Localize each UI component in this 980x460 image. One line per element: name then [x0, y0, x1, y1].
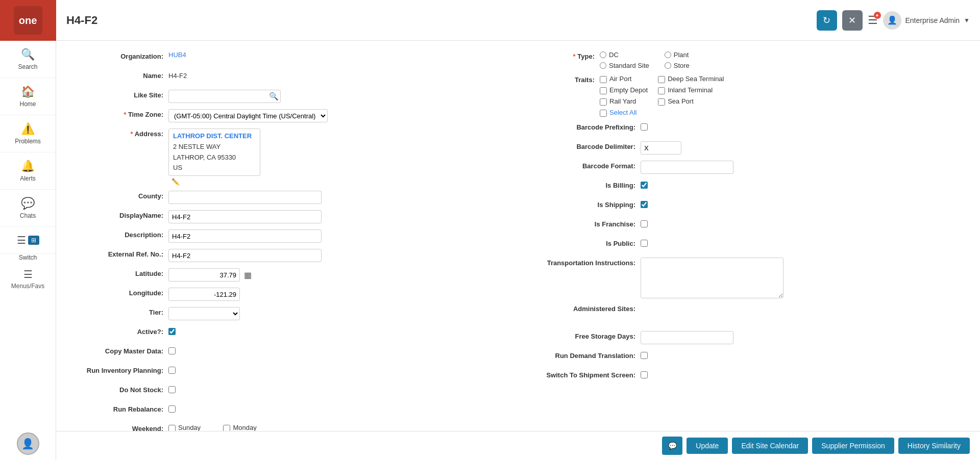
content-panel: Organization: HUB4 Name: H4-F2	[56, 41, 980, 460]
latitude-input[interactable]	[168, 268, 240, 282]
timezone-select[interactable]: (GMT-05:00) Central Daylight Time (US/Ce…	[168, 109, 328, 122]
run-demand-row: Run Demand Translation:	[528, 350, 960, 365]
trait-airport: Air Port	[600, 74, 648, 83]
weekend-label: Weekend:	[77, 423, 168, 431]
empty-depot-checkbox[interactable]	[600, 87, 607, 94]
monday-checkbox[interactable]	[223, 425, 230, 431]
close-button[interactable]: ✕	[842, 10, 863, 31]
description-row: Description:	[77, 229, 508, 244]
is-franchise-row: Is Franchise:	[528, 219, 960, 233]
is-franchise-checkbox[interactable]	[641, 220, 648, 227]
sidebar-item-menus[interactable]: ☰ Menus/Favs	[0, 261, 56, 297]
barcode-delimiter-input[interactable]	[641, 141, 681, 155]
type-store-radio[interactable]	[665, 62, 671, 69]
map-icon[interactable]: ▦	[244, 270, 252, 280]
copy-master-checkbox[interactable]	[168, 347, 176, 354]
monday-label: Monday	[233, 424, 256, 431]
sidebar-item-chats[interactable]: 💬 Chats	[0, 190, 56, 227]
address-edit-icon[interactable]: ✏️	[172, 178, 180, 186]
description-input[interactable]	[168, 229, 322, 243]
supplier-permission-button[interactable]: Supplier Permission	[812, 438, 894, 454]
display-name-input[interactable]	[168, 210, 322, 223]
run-rebalance-checkbox[interactable]	[168, 405, 176, 413]
sidebar-item-switch[interactable]: ☰ ⊞	[0, 227, 56, 254]
is-shipping-checkbox[interactable]	[641, 201, 648, 208]
longitude-input[interactable]	[168, 288, 240, 301]
sunday-checkbox[interactable]	[168, 425, 176, 431]
like-site-row: Like Site: 🔍	[77, 90, 508, 104]
run-inventory-row: Run Inventory Planning:	[77, 365, 508, 379]
like-site-search-button[interactable]: 🔍	[269, 92, 279, 101]
refresh-button[interactable]: ↻	[817, 10, 837, 31]
organization-value[interactable]: HUB4	[168, 51, 186, 59]
name-value: H4-F2	[168, 70, 187, 80]
type-standard: Standard Site	[600, 62, 649, 69]
free-storage-label: Free Storage Days:	[528, 331, 641, 340]
barcode-delimiter-label: Barcode Delimiter:	[528, 141, 641, 150]
history-similarity-button[interactable]: History Similarity	[898, 438, 970, 454]
run-inventory-checkbox[interactable]	[168, 367, 176, 374]
is-public-checkbox[interactable]	[641, 240, 648, 247]
deep-sea-checkbox[interactable]	[658, 76, 665, 83]
organization-label: Organization:	[77, 51, 168, 60]
administered-sites-label: Administered Sites:	[528, 303, 641, 313]
free-storage-input[interactable]	[641, 331, 733, 344]
barcode-prefixing-row: Barcode Prefixing:	[528, 122, 960, 136]
inland-terminal-checkbox[interactable]	[658, 87, 665, 94]
type-dc: DC	[600, 51, 649, 59]
rail-yard-checkbox[interactable]	[600, 98, 607, 106]
trait-inland-terminal: Inland Terminal	[658, 86, 724, 94]
trait-sea-port: Sea Port	[658, 97, 724, 106]
is-billing-checkbox[interactable]	[641, 182, 648, 189]
sidebar-item-home[interactable]: 🏠 Home	[0, 78, 56, 115]
is-public-label: Is Public:	[528, 238, 641, 247]
menu-button[interactable]: ☰ ●	[868, 14, 878, 27]
active-checkbox[interactable]	[168, 328, 176, 335]
address-line1[interactable]: LATHROP DIST. CENTER	[173, 131, 256, 142]
traits-row: Traits: Air Port Empty Depot	[528, 74, 960, 117]
type-standard-radio[interactable]	[600, 62, 606, 69]
sidebar-item-problems[interactable]: ⚠️ Problems	[0, 115, 56, 152]
transport-textarea[interactable]	[641, 258, 783, 298]
sunday-label: Sunday	[178, 424, 201, 431]
avatar[interactable]: 👤	[17, 432, 39, 455]
switch-shipment-checkbox[interactable]	[641, 371, 648, 378]
edit-site-calendar-button[interactable]: Edit Site Calendar	[732, 438, 808, 454]
weekend-sunday: Sunday	[168, 423, 213, 431]
main-area: H4-F2 ↻ ✕ ☰ ● 👤 Enterprise Admin ▼	[56, 0, 980, 460]
airport-checkbox[interactable]	[600, 76, 607, 83]
sidebar-item-search[interactable]: 🔍 Search	[0, 41, 56, 78]
like-site-input[interactable]	[168, 90, 281, 103]
tier-select[interactable]	[168, 307, 240, 320]
ext-ref-input[interactable]	[168, 249, 322, 262]
do-not-stock-checkbox[interactable]	[168, 386, 176, 393]
home-icon: 🏠	[21, 85, 35, 98]
transport-label: Transportation Instructions:	[528, 258, 641, 267]
sea-port-checkbox[interactable]	[658, 98, 665, 106]
bell-icon: 🔔	[21, 160, 35, 173]
tier-row: Tier:	[77, 307, 508, 321]
traits-select-all-checkbox[interactable]	[600, 110, 607, 117]
weekend-row: Weekend: Sunday Monday	[77, 423, 508, 431]
barcode-format-input[interactable]	[641, 161, 733, 174]
inland-terminal-label: Inland Terminal	[668, 86, 713, 94]
switch-shipment-row: Switch To Shipment Screen:	[528, 370, 960, 384]
chat-button[interactable]: 💬	[662, 437, 682, 455]
county-input[interactable]	[168, 191, 322, 204]
tier-label: Tier:	[77, 307, 168, 316]
header-actions: ↻ ✕ ☰ ● 👤 Enterprise Admin ▼	[817, 10, 970, 31]
sidebar-item-alerts[interactable]: 🔔 Alerts	[0, 152, 56, 190]
address-line3: LATHROP, CA 95330	[173, 152, 256, 163]
traits-select-all-label[interactable]: Select All	[609, 109, 636, 116]
run-demand-checkbox[interactable]	[641, 352, 648, 359]
copy-master-row: Copy Master Data:	[77, 346, 508, 360]
barcode-format-row: Barcode Format:	[528, 161, 960, 175]
administered-sites-row: Administered Sites:	[528, 303, 960, 318]
latitude-row: Latitude: ▦	[77, 268, 508, 283]
update-button[interactable]: Update	[687, 438, 728, 454]
barcode-prefixing-checkbox[interactable]	[641, 123, 648, 131]
page-title: H4-F2	[66, 14, 808, 27]
type-plant-radio[interactable]	[665, 52, 671, 58]
user-dropdown[interactable]: 👤 Enterprise Admin ▼	[883, 11, 970, 30]
type-dc-radio[interactable]	[600, 52, 606, 58]
